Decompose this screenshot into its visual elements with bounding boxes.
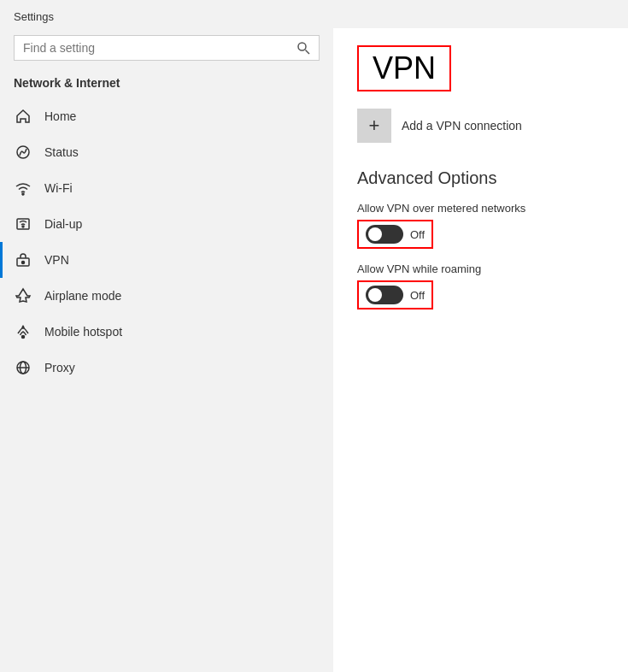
sidebar-item-status[interactable]: Status xyxy=(0,134,333,170)
section-header: Network & Internet xyxy=(0,71,333,98)
sidebar-item-wifi[interactable]: Wi-Fi xyxy=(0,170,333,206)
toggle2-state: Off xyxy=(410,289,425,302)
sidebar-item-airplane[interactable]: Airplane mode xyxy=(0,278,333,314)
search-icon xyxy=(296,41,310,55)
sidebar-item-dialup-label: Dial-up xyxy=(44,217,82,231)
search-box-wrapper xyxy=(0,28,333,71)
svg-point-7 xyxy=(22,262,25,264)
add-vpn-button[interactable]: + Add a VPN connection xyxy=(357,109,604,143)
sidebar-item-proxy-label: Proxy xyxy=(44,361,75,374)
search-box[interactable] xyxy=(14,35,320,61)
vpn-metered-row: Allow VPN over metered networks Off xyxy=(357,202,604,249)
toggle2-knob xyxy=(368,288,382,302)
toggle2-wrapper: Off xyxy=(357,280,433,309)
page-title: VPN xyxy=(373,50,436,85)
svg-point-3 xyxy=(22,193,24,195)
search-input[interactable] xyxy=(23,41,296,55)
vpn-title-box: VPN xyxy=(357,45,451,91)
toggle2-label: Allow VPN while roaming xyxy=(357,262,604,275)
toggle1-knob xyxy=(368,227,382,241)
airplane-icon xyxy=(14,286,32,305)
sidebar-item-home-label: Home xyxy=(44,109,76,123)
toggle1-wrapper: Off xyxy=(357,220,433,249)
dialup-icon xyxy=(14,215,32,233)
home-icon xyxy=(14,107,32,126)
sidebar-item-dialup[interactable]: Dial-up xyxy=(0,206,333,242)
toggle1-label: Allow VPN over metered networks xyxy=(357,202,604,215)
toggle2-switch[interactable] xyxy=(366,286,403,304)
wifi-icon xyxy=(14,179,32,197)
sidebar-item-status-label: Status xyxy=(44,145,79,159)
add-vpn-label: Add a VPN connection xyxy=(402,119,522,133)
title-bar: Settings xyxy=(0,0,628,28)
toggle1-switch[interactable] xyxy=(366,225,403,244)
svg-line-1 xyxy=(306,50,310,55)
sidebar: Network & Internet Home Status xyxy=(0,28,333,672)
sidebar-item-hotspot[interactable]: Mobile hotspot xyxy=(0,314,333,350)
sidebar-item-airplane-label: Airplane mode xyxy=(44,289,121,303)
svg-point-0 xyxy=(298,43,306,50)
vpn-icon xyxy=(14,251,32,269)
svg-point-5 xyxy=(22,226,24,227)
toggle1-state: Off xyxy=(410,228,425,241)
vpn-roaming-row: Allow VPN while roaming Off xyxy=(357,262,604,309)
advanced-options-header: Advanced Options xyxy=(357,168,604,188)
add-icon: + xyxy=(357,109,391,143)
svg-point-8 xyxy=(22,336,25,339)
sidebar-item-wifi-label: Wi-Fi xyxy=(44,181,73,195)
sidebar-item-hotspot-label: Mobile hotspot xyxy=(44,325,122,339)
proxy-icon xyxy=(14,358,32,377)
content-pane: VPN + Add a VPN connection Advanced Opti… xyxy=(333,28,628,672)
hotspot-icon xyxy=(14,322,32,341)
sidebar-item-home[interactable]: Home xyxy=(0,98,333,134)
app-title: Settings xyxy=(14,10,54,23)
status-icon xyxy=(14,143,32,162)
sidebar-item-vpn-label: VPN xyxy=(44,253,69,267)
main-layout: Network & Internet Home Status xyxy=(0,28,628,672)
sidebar-item-proxy[interactable]: Proxy xyxy=(0,350,333,386)
sidebar-item-vpn[interactable]: VPN xyxy=(0,242,333,278)
